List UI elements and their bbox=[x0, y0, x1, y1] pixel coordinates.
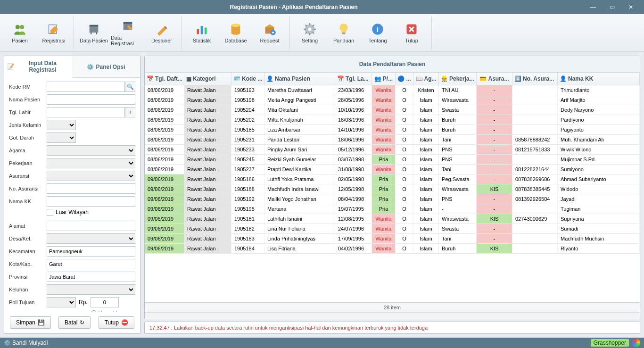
ribbon-tutup-button[interactable]: Tutup bbox=[395, 16, 429, 50]
cell-tgl: 08/06/2019 bbox=[145, 165, 184, 174]
ribbon-registrasi-button[interactable]: Registrasi bbox=[37, 16, 71, 50]
svg-rect-5 bbox=[91, 33, 91, 34]
cell-nama-kk: Widodo bbox=[558, 184, 640, 194]
cell-kategori: Rawat Jalan bbox=[184, 105, 231, 115]
ribbon-panduan-button[interactable]: Panduan bbox=[327, 16, 361, 50]
cell-asuransi: - bbox=[477, 115, 512, 124]
horizontal-scrollbar[interactable] bbox=[145, 312, 640, 319]
search-kode-rm-button[interactable]: 🔍 bbox=[125, 82, 135, 92]
table-row[interactable]: 09/06/2019Rawat Jalan1905186Luthfi Yoka … bbox=[145, 174, 640, 184]
luar-wilayah-checkbox[interactable] bbox=[47, 209, 53, 215]
ribbon-statistik-button[interactable]: Statistik bbox=[185, 16, 219, 50]
table-row[interactable]: 09/06/2019Rawat Jalan1905188Machfudh Ind… bbox=[145, 184, 640, 194]
table-row[interactable]: 09/06/2019Rawat Jalan1905182Lina Nur Fel… bbox=[145, 224, 640, 234]
col-pekerjaan[interactable]: 👷Pekerja... bbox=[439, 73, 477, 85]
gol-darah-select[interactable] bbox=[47, 133, 76, 143]
col-no-asuransi[interactable]: #️⃣No. Asura... bbox=[512, 73, 558, 85]
tgl-lahir-field[interactable] bbox=[47, 107, 125, 117]
kota-field[interactable] bbox=[47, 259, 135, 269]
table-row[interactable]: 09/06/2019Rawat Jalan1905183Linda Prihat… bbox=[145, 234, 640, 244]
label-agama: Agama bbox=[9, 148, 47, 153]
nama-pasien-field[interactable] bbox=[47, 94, 135, 105]
col-nama-pasien[interactable]: 👤Nama Pasien bbox=[264, 73, 335, 85]
batal-button[interactable]: Batal↻ bbox=[58, 316, 91, 329]
cell-tgl: 09/06/2019 bbox=[145, 214, 184, 224]
ribbon-tentang-button[interactable]: iTentang bbox=[361, 16, 395, 50]
table-row[interactable]: 08/06/2019Rawat Jalan1905204Mita Oktafan… bbox=[145, 105, 640, 115]
cell-kode: 1905195 bbox=[231, 204, 264, 214]
agama-select[interactable] bbox=[47, 145, 135, 156]
desa-select[interactable] bbox=[47, 233, 135, 244]
tgl-lahir-picker-button[interactable]: + bbox=[125, 107, 135, 117]
table-row[interactable]: 08/06/2019Rawat Jalan1905185Liza Ambarsa… bbox=[145, 125, 640, 135]
col-tgl-daftar[interactable]: 📅Tgl. Daft... bbox=[145, 73, 184, 85]
minimize-button[interactable]: — bbox=[584, 4, 603, 10]
alamat-field[interactable] bbox=[47, 221, 135, 231]
table-row[interactable]: 08/06/2019Rawat Jalan1905237Prapti Dewi … bbox=[145, 165, 640, 174]
cell-agama: Islam bbox=[413, 234, 439, 243]
table-row[interactable]: 09/06/2019Rawat Jalan1905195Martana19/07… bbox=[145, 204, 640, 214]
ribbon-pasien-button[interactable]: Pasien bbox=[3, 16, 37, 50]
maximize-button[interactable]: ▭ bbox=[603, 4, 621, 10]
table-row[interactable]: 09/06/2019Rawat Jalan1905181Lathifah Isn… bbox=[145, 214, 640, 224]
ribbon-datapasien-button[interactable]: Data Pasien bbox=[77, 16, 111, 50]
ribbon-request-button[interactable]: Request bbox=[253, 16, 287, 50]
table-row[interactable]: 09/06/2019Rawat Jalan1905184Lisa Fitrian… bbox=[145, 244, 640, 254]
col-asuransi[interactable]: 💳Asura... bbox=[477, 73, 512, 85]
kecamatan-field[interactable] bbox=[47, 246, 135, 257]
nama-kk-field[interactable] bbox=[47, 196, 135, 207]
rp-field[interactable] bbox=[91, 297, 119, 307]
grid-body[interactable]: 08/06/2019Rawat Jalan1905193Maretha Duwi… bbox=[145, 85, 640, 302]
cell-pw: Wanita bbox=[372, 135, 396, 144]
cell-asuransi: - bbox=[477, 95, 512, 105]
ribbon-dataregistrasi-button[interactable]: Data Registrasi bbox=[111, 16, 145, 50]
cell-tgl: 09/06/2019 bbox=[145, 224, 184, 233]
table-row[interactable]: 08/06/2019Rawat Jalan1905198Meita Anggi … bbox=[145, 95, 640, 105]
kode-rm-field[interactable] bbox=[47, 82, 125, 92]
close-button[interactable]: ✕ bbox=[621, 4, 640, 10]
poli-tujuan-select[interactable] bbox=[47, 297, 76, 307]
cell-agama: Islam bbox=[413, 184, 439, 194]
col-agama[interactable]: 📖Ag... bbox=[413, 73, 439, 85]
asuransi-select[interactable] bbox=[47, 171, 135, 181]
ribbon-setting-button[interactable]: Setting bbox=[293, 16, 327, 50]
svg-text:i: i bbox=[377, 25, 379, 33]
table-row[interactable]: 08/06/2019Rawat Jalan1905233Pingky Arum … bbox=[145, 145, 640, 155]
col-nama-kk[interactable]: 👤Nama KK bbox=[558, 73, 640, 85]
table-row[interactable]: 09/06/2019Rawat Jalan1905192Maliki Yogo … bbox=[145, 194, 640, 204]
label-nama-kk: Nama KK bbox=[9, 199, 47, 204]
cell-agama: Islam bbox=[413, 125, 439, 134]
provinsi-field[interactable] bbox=[47, 272, 135, 282]
table-row[interactable]: 08/06/2019Rawat Jalan1905231Parida Lesta… bbox=[145, 135, 640, 145]
tab-panel-opsi[interactable]: ⚙️ Panel Opsi bbox=[72, 56, 140, 77]
cell-kode: 1905181 bbox=[231, 214, 264, 224]
col-kategori[interactable]: ▦Kategori bbox=[184, 73, 231, 85]
ribbon-database-button[interactable]: Database bbox=[219, 16, 253, 50]
cell-tgl: 08/06/2019 bbox=[145, 105, 184, 115]
jenis-kelamin-select[interactable] bbox=[47, 120, 76, 130]
no-asuransi-field[interactable] bbox=[47, 183, 135, 194]
pekerjaan-select[interactable] bbox=[47, 158, 135, 168]
cell-pw: Wanita bbox=[372, 85, 396, 95]
label-kec: Kecamatan bbox=[9, 249, 47, 254]
table-row[interactable]: 08/06/2019Rawat Jalan1905193Maretha Duwi… bbox=[145, 85, 640, 95]
col-pw[interactable]: 👥P/... bbox=[372, 73, 396, 85]
keluhan-select[interactable] bbox=[47, 284, 135, 295]
ribbon-desainer-button[interactable]: Desainer bbox=[145, 16, 179, 50]
table-row[interactable]: 08/06/2019Rawat Jalan1905245Reizki Syah … bbox=[145, 155, 640, 165]
cell-pekerjaan: PNS bbox=[439, 145, 477, 154]
tutup-button[interactable]: Tutup⛔ bbox=[99, 316, 134, 329]
cell-tgl: 09/06/2019 bbox=[145, 174, 184, 184]
label-keluhan: Keluhan bbox=[9, 287, 47, 292]
col-gol[interactable]: 🔵... bbox=[396, 73, 413, 85]
cell-pekerjaan: Buruh bbox=[439, 244, 477, 253]
col-kode[interactable]: 🪪Kode ... bbox=[231, 73, 264, 85]
simpan-button[interactable]: Simpan💾 bbox=[10, 316, 51, 329]
cell-pw: Wanita bbox=[372, 105, 396, 115]
cell-pw: Wanita bbox=[372, 224, 396, 233]
table-row[interactable]: 08/06/2019Rawat Jalan1905202Mifta Khulja… bbox=[145, 115, 640, 125]
col-tgl-lahir[interactable]: 📅Tgl. La... bbox=[335, 73, 372, 85]
cell-nama-kk: Sumiyono bbox=[558, 165, 640, 174]
tab-input-registrasi[interactable]: 📝 Input Data Registrasi bbox=[4, 56, 72, 78]
cell-nama-kk: Pagiyanto bbox=[558, 125, 640, 134]
